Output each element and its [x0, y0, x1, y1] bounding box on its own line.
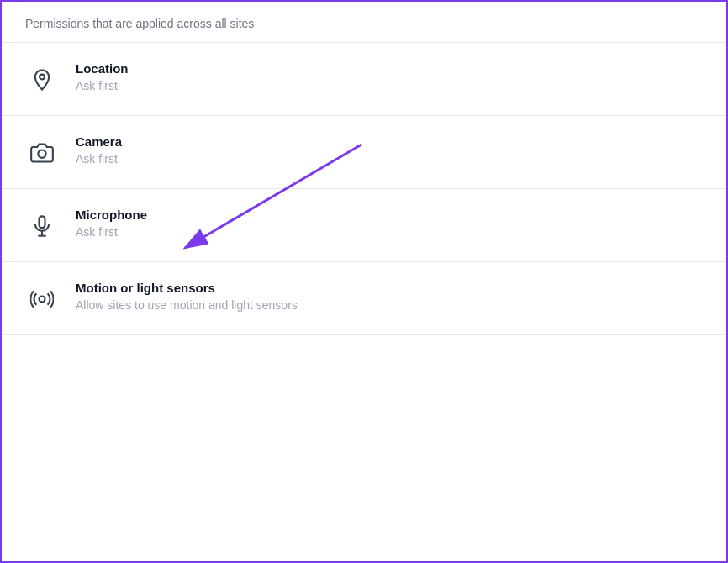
- camera-icon: [30, 141, 54, 165]
- svg-rect-2: [40, 216, 45, 228]
- microphone-subtitle: Ask first: [76, 225, 147, 239]
- location-title: Location: [76, 61, 129, 76]
- motion-icon: [30, 287, 54, 311]
- motion-content: Motion or light sensors Allow sites to u…: [76, 281, 298, 312]
- location-icon-wrapper: [25, 63, 59, 97]
- microphone-title: Microphone: [76, 208, 147, 222]
- camera-content: Camera Ask first: [76, 134, 122, 166]
- permission-item-camera[interactable]: Camera Ask first: [2, 116, 726, 189]
- motion-icon-wrapper: [25, 282, 59, 316]
- microphone-icon-wrapper: [25, 209, 59, 243]
- location-content: Location Ask first: [76, 61, 129, 92]
- svg-point-0: [40, 75, 45, 80]
- permission-item-motion[interactable]: Motion or light sensors Allow sites to u…: [2, 262, 726, 335]
- motion-subtitle: Allow sites to use motion and light sens…: [76, 298, 298, 312]
- motion-title: Motion or light sensors: [76, 281, 298, 295]
- microphone-content: Microphone Ask first: [76, 208, 147, 239]
- microphone-icon: [30, 214, 54, 238]
- permission-item-location[interactable]: Location Ask first: [2, 43, 726, 116]
- location-icon: [30, 68, 54, 92]
- header: Permissions that are applied across all …: [2, 2, 726, 43]
- camera-icon-wrapper: [25, 136, 59, 170]
- permission-item-microphone[interactable]: Microphone Ask first: [2, 189, 726, 262]
- location-subtitle: Ask first: [76, 79, 129, 92]
- svg-point-1: [38, 150, 45, 158]
- camera-title: Camera: [76, 134, 122, 149]
- svg-point-5: [40, 297, 45, 303]
- header-text: Permissions that are applied across all …: [2, 2, 726, 43]
- camera-subtitle: Ask first: [76, 152, 122, 166]
